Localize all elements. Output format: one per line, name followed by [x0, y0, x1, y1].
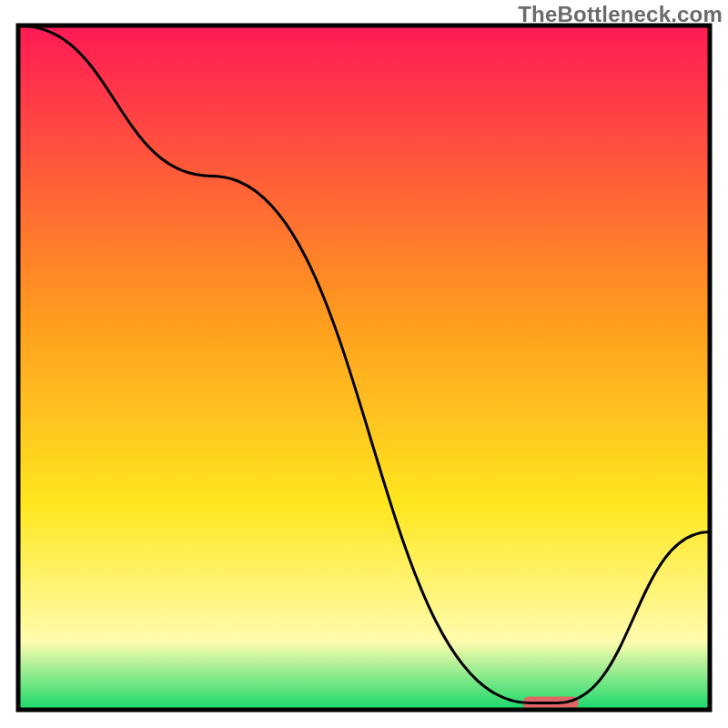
- chart-container: TheBottleneck.com: [0, 0, 728, 728]
- watermark-text: TheBottleneck.com: [518, 2, 723, 27]
- bottleneck-chart: [0, 0, 728, 728]
- plot-background: [18, 25, 710, 710]
